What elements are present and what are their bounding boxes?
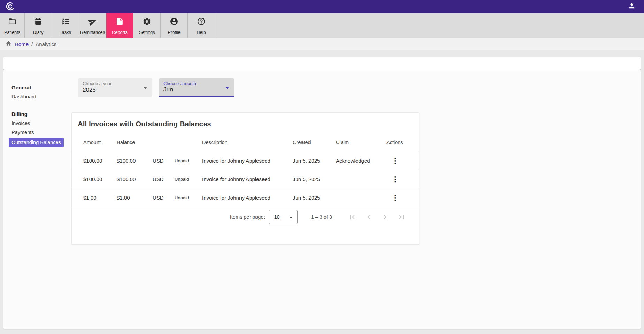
col-header-amount: Amount — [83, 140, 117, 145]
last-page-button[interactable] — [397, 213, 406, 221]
report-sidebar: General Dashboard Billing Invoices Payme… — [12, 84, 74, 147]
gear-icon — [143, 17, 151, 27]
breadcrumb-separator: / — [31, 41, 33, 47]
cell-status: Unpaid — [175, 177, 202, 182]
year-select[interactable]: Choose a year 2025 — [78, 78, 152, 97]
home-icon — [5, 40, 12, 48]
pagination-nav — [348, 213, 406, 221]
items-per-page-label: Items per page: — [230, 214, 265, 220]
tab-remittances[interactable]: Remittances — [79, 13, 106, 38]
cell-balance: $1.00 — [117, 195, 153, 201]
table-paginator: Items per page: 10 1 – 3 of 3 — [72, 210, 419, 224]
cell-amount: $1.00 — [83, 195, 117, 201]
user-account-button[interactable] — [628, 2, 636, 11]
cell-created: Jun 5, 2025 — [293, 195, 336, 201]
sidebar-item-dashboard[interactable]: Dashboard — [12, 94, 74, 100]
send-icon — [88, 17, 97, 27]
person-circle-icon — [170, 17, 178, 27]
first-page-icon — [348, 213, 356, 221]
cell-status: Unpaid — [175, 158, 202, 163]
kebab-icon: ⋮ — [392, 175, 399, 183]
cell-balance: $100.00 — [117, 158, 153, 164]
tab-label: Help — [197, 30, 206, 35]
chevron-right-icon — [381, 213, 389, 221]
cell-description: Invoice for Johnny Appleseed — [202, 195, 293, 201]
tab-settings[interactable]: Settings — [133, 13, 161, 38]
table-row: $1.00 $1.00 USD Unpaid Invoice for Johnn… — [72, 188, 419, 207]
tab-label: Patients — [4, 30, 20, 35]
col-header-created: Created — [293, 140, 336, 145]
chevron-down-icon — [289, 217, 293, 219]
cell-description: Invoice for Johnny Appleseed — [202, 176, 293, 182]
cell-amount: $100.00 — [83, 176, 117, 182]
sidebar-heading-billing: Billing — [12, 111, 74, 117]
sidebar-item-invoices[interactable]: Invoices — [12, 120, 74, 126]
cell-status: Unpaid — [175, 195, 202, 200]
sidebar-item-outstanding-balances[interactable]: Outstanding Balances — [9, 138, 64, 147]
top-bar — [0, 0, 644, 13]
cell-currency: USD — [153, 158, 175, 164]
tab-help[interactable]: Help — [188, 13, 215, 38]
main-toolbar: Patients Diary Tasks Remittances Reports — [0, 13, 644, 38]
tab-tasks[interactable]: Tasks — [52, 13, 79, 38]
cell-currency: USD — [153, 176, 175, 182]
last-page-icon — [397, 213, 406, 221]
month-select-label: Choose a month — [163, 81, 196, 86]
col-header-balance: Balance — [117, 140, 153, 145]
cell-currency: USD — [153, 195, 175, 201]
month-select[interactable]: Choose a month Jun — [159, 78, 234, 97]
app-window: Patients Diary Tasks Remittances Reports — [0, 0, 644, 329]
row-actions-menu-button[interactable]: ⋮ — [389, 154, 401, 167]
table-row: $100.00 $100.00 USD Unpaid Invoice for J… — [72, 170, 419, 188]
tab-reports[interactable]: Reports — [106, 13, 133, 38]
calendar-icon — [34, 17, 43, 27]
card-title: All Invoices with Outstanding Balances — [78, 120, 211, 128]
table-row: $100.00 $100.00 USD Unpaid Invoice for J… — [72, 151, 419, 170]
items-per-page-select[interactable]: 10 — [269, 210, 298, 224]
next-page-button[interactable] — [381, 213, 389, 221]
table-header-row: Amount Balance Description Created Claim… — [72, 134, 419, 151]
row-actions-menu-button[interactable]: ⋮ — [389, 191, 401, 204]
cell-created: Jun 5, 2025 — [293, 158, 336, 164]
breadcrumb: Home / Analytics — [0, 38, 644, 50]
items-per-page-value: 10 — [274, 214, 280, 220]
tab-label: Profile — [168, 30, 180, 35]
tab-label: Reports — [112, 30, 128, 35]
cell-balance: $100.00 — [117, 176, 153, 182]
sidebar-heading-general: General — [12, 84, 74, 91]
chevron-down-icon — [144, 87, 147, 89]
invoices-table: Amount Balance Description Created Claim… — [72, 134, 419, 224]
first-page-button[interactable] — [348, 213, 356, 221]
chevron-down-icon — [225, 87, 229, 89]
person-icon — [628, 2, 636, 11]
checklist-icon — [61, 17, 70, 27]
cell-description: Invoice for Johnny Appleseed — [202, 158, 293, 164]
row-actions-menu-button[interactable]: ⋮ — [389, 173, 401, 185]
year-select-label: Choose a year — [83, 81, 112, 86]
page-content: General Dashboard Billing Invoices Payme… — [0, 50, 644, 329]
previous-page-button[interactable] — [365, 213, 373, 221]
month-select-value: Jun — [163, 86, 173, 93]
tab-label: Settings — [139, 30, 155, 35]
tab-profile[interactable]: Profile — [161, 13, 188, 38]
cell-created: Jun 5, 2025 — [293, 176, 336, 182]
breadcrumb-current: Analytics — [36, 41, 56, 47]
year-select-value: 2025 — [83, 87, 96, 94]
sidebar-item-payments[interactable]: Payments — [12, 129, 74, 135]
app-logo-icon — [6, 2, 15, 11]
breadcrumb-home-link[interactable]: Home — [15, 41, 29, 47]
tab-diary[interactable]: Diary — [25, 13, 52, 38]
document-icon — [115, 17, 124, 27]
page-range-label: 1 – 3 of 3 — [311, 214, 332, 220]
folder-open-icon — [8, 17, 17, 27]
cell-claim: Acknowledged — [336, 158, 386, 164]
tab-label: Diary — [33, 30, 44, 35]
kebab-icon: ⋮ — [392, 194, 399, 201]
chevron-left-icon — [365, 213, 373, 221]
tab-label: Remittances — [80, 30, 105, 35]
col-header-description: Description — [202, 140, 293, 145]
tab-patients[interactable]: Patients — [0, 13, 25, 38]
cell-amount: $100.00 — [83, 158, 117, 164]
outstanding-balances-card: All Invoices with Outstanding Balances A… — [71, 112, 419, 245]
col-header-claim: Claim — [336, 140, 386, 145]
